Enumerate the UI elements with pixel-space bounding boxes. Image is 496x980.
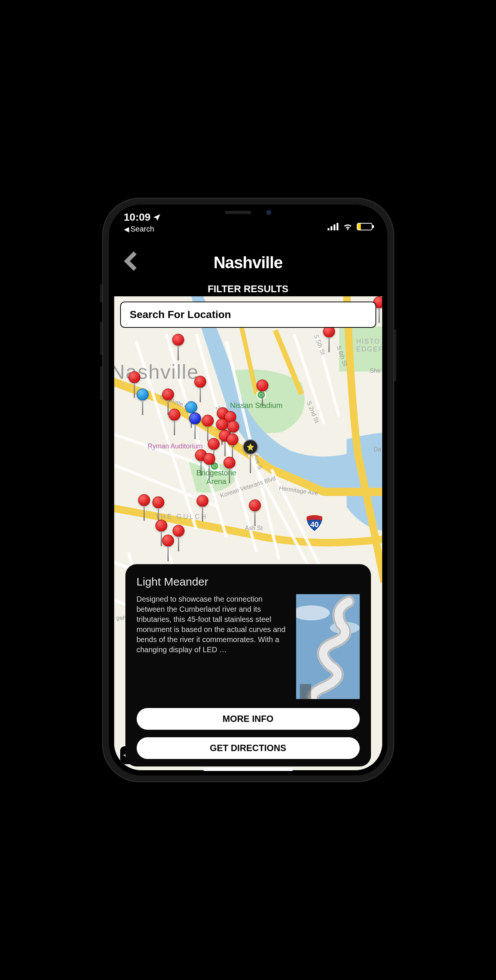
location-arrow-icon <box>153 213 161 221</box>
svg-point-7 <box>212 465 216 468</box>
map-pin[interactable] <box>194 376 206 388</box>
map-pin[interactable] <box>172 334 184 346</box>
search-input[interactable] <box>130 309 366 321</box>
status-time: 10:09 <box>124 211 151 223</box>
home-indicator[interactable] <box>203 768 293 771</box>
nav-header: Nashville FILTER RESULTS <box>109 242 387 299</box>
phone-frame: 10:09 ◀ Search Nashville <box>102 198 394 782</box>
back-to-app-label: Search <box>131 225 154 233</box>
map-pin[interactable] <box>196 495 209 507</box>
map-pin-blue[interactable] <box>185 401 197 413</box>
location-photo <box>296 594 360 699</box>
map-pin[interactable] <box>162 535 174 547</box>
road-label: She <box>370 368 380 374</box>
map-pin[interactable] <box>257 380 268 391</box>
svg-rect-18 <box>300 684 311 699</box>
map-pin[interactable] <box>138 494 150 506</box>
search-location-field[interactable] <box>120 302 376 328</box>
back-chevron-icon[interactable] <box>120 251 140 271</box>
map-pin-selected[interactable] <box>243 439 258 454</box>
map-pin-blue[interactable] <box>136 388 149 401</box>
map-city-label: Nashville <box>114 360 199 383</box>
road-label: Da <box>374 446 381 453</box>
battery-icon <box>357 223 372 231</box>
map-pin-navy[interactable] <box>189 412 201 425</box>
wifi-icon <box>342 223 353 231</box>
location-description: Designed to showcase the connection betw… <box>136 594 288 699</box>
interstate-shield-icon: 40 <box>305 514 324 532</box>
map-pin[interactable] <box>162 388 174 401</box>
svg-rect-0 <box>328 228 330 231</box>
filter-results-button[interactable]: FILTER RESULTS <box>120 283 376 295</box>
map-pin[interactable] <box>128 371 140 383</box>
map-pin[interactable] <box>249 500 261 511</box>
map-pin[interactable] <box>155 520 167 531</box>
svg-rect-3 <box>336 223 338 231</box>
back-to-app[interactable]: ◀ Search <box>124 225 161 233</box>
cellular-icon <box>328 223 339 231</box>
notch <box>196 205 301 220</box>
poi-marker-stadium-icon <box>257 390 266 400</box>
map-landmark-ryman: Ryman Auditorium <box>148 442 203 450</box>
map-pin[interactable] <box>152 496 164 508</box>
map-pin[interactable] <box>202 415 214 427</box>
map-landmark-nissan: Nissan Stadium <box>230 401 283 410</box>
get-directions-button[interactable]: GET DIRECTIONS <box>136 737 360 759</box>
location-title: Light Meander <box>136 576 360 588</box>
map-view[interactable]: Nashville Nissan Stadium BridgestoneAren… <box>114 296 382 770</box>
map-pin[interactable] <box>227 433 238 445</box>
volume-up-button <box>100 321 102 355</box>
screen: 10:09 ◀ Search Nashville <box>109 205 387 775</box>
page-title: Nashville <box>120 253 376 272</box>
svg-text:40: 40 <box>310 520 318 528</box>
svg-rect-1 <box>331 226 333 231</box>
map-landmark-bridgestone: BridgestoneArena <box>196 469 236 486</box>
map-pin[interactable] <box>208 438 220 450</box>
map-pin[interactable] <box>203 453 215 465</box>
mute-switch <box>100 284 102 303</box>
map-pin[interactable] <box>173 525 185 537</box>
volume-down-button <box>100 366 102 400</box>
power-button <box>394 329 396 381</box>
map-pin[interactable] <box>216 418 228 430</box>
map-pin[interactable] <box>168 409 181 421</box>
map-pin[interactable] <box>223 457 236 469</box>
map-neighborhood-edgefield: HISTOEDGEFI <box>356 337 382 353</box>
svg-rect-2 <box>334 224 335 231</box>
more-info-button[interactable]: MORE INFO <box>136 708 360 730</box>
location-info-card: Light Meander Designed to showcase the c… <box>125 564 371 767</box>
